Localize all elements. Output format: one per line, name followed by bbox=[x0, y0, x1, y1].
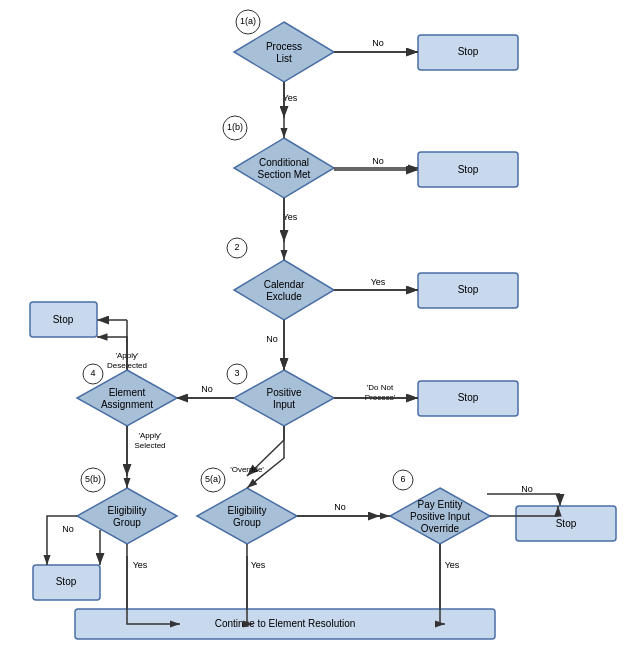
positive-input-label1: Positive bbox=[266, 387, 301, 398]
eligibility-5b-label1: Eligibility bbox=[108, 505, 147, 516]
eligibility-5a-label2: Group bbox=[233, 517, 261, 528]
step-label-1a: 1(a) bbox=[240, 16, 256, 26]
edge-label-1b-no: No bbox=[372, 156, 384, 166]
step-label-5a: 5(a) bbox=[205, 474, 221, 484]
edge-label-4-selected2: Selected bbox=[134, 441, 165, 450]
edge-label-4-deselected2: Deselected bbox=[107, 361, 147, 370]
conditional-label2: Section Met bbox=[258, 169, 311, 180]
pay-entity-label3: Override bbox=[421, 523, 460, 534]
edge-label-6-no: No bbox=[521, 484, 533, 494]
process-list-label2: List bbox=[276, 53, 292, 64]
stop-label-6: Stop bbox=[56, 576, 77, 587]
pay-entity-label1: Pay Entity bbox=[417, 499, 462, 510]
edge-label-1a-no: No bbox=[372, 38, 384, 48]
edge-label-5a-yes: Yes bbox=[251, 560, 266, 570]
element-assignment-label1: Element bbox=[109, 387, 146, 398]
stop-label-2: Stop bbox=[458, 164, 479, 175]
edge-label-1b-yes: Yes bbox=[283, 212, 298, 222]
edge-label-2-no: No bbox=[266, 334, 278, 344]
process-list-label1: Process bbox=[266, 41, 302, 52]
step-label-3: 3 bbox=[234, 368, 239, 378]
conditional-label1: Conditional bbox=[259, 157, 309, 168]
stop-label-5: Stop bbox=[53, 314, 74, 325]
edge-label-4-selected1: 'Apply' bbox=[138, 431, 162, 440]
edge-label-3-donot1: 'Do Not bbox=[367, 383, 394, 392]
eligibility-5a-label1: Eligibility bbox=[228, 505, 267, 516]
stop-label-3: Stop bbox=[458, 284, 479, 295]
eligibility-5b-label2: Group bbox=[113, 517, 141, 528]
step-label-4: 4 bbox=[90, 368, 95, 378]
stop-label-7: Stop bbox=[556, 518, 577, 529]
edge-label-2-yes: Yes bbox=[371, 277, 386, 287]
edge-label-3-donot2: Process' bbox=[365, 393, 396, 402]
calendar-label2: Exclude bbox=[266, 291, 302, 302]
stop-label-1: Stop bbox=[458, 46, 479, 57]
edge-label-3-no: No bbox=[201, 384, 213, 394]
edge-label-1a-yes: Yes bbox=[283, 93, 298, 103]
pay-entity-label2: Positive Input bbox=[410, 511, 470, 522]
edge-label-5b-no: No bbox=[62, 524, 74, 534]
positive-input-label2: Input bbox=[273, 399, 295, 410]
edge-label-5a-no: No bbox=[334, 502, 346, 512]
element-assignment-label2: Assignment bbox=[101, 399, 153, 410]
step-label-5b: 5(b) bbox=[85, 474, 101, 484]
edge-label-6-yes: Yes bbox=[445, 560, 460, 570]
edge-label-5a-override: 'Override' bbox=[230, 465, 264, 474]
step-label-2: 2 bbox=[234, 242, 239, 252]
continue-label: Continue to Element Resolution bbox=[215, 618, 356, 629]
step-label-1b: 1(b) bbox=[227, 122, 243, 132]
edge-label-4-deselected1: 'Apply' bbox=[115, 351, 139, 360]
calendar-label1: Calendar bbox=[264, 279, 305, 290]
step-label-6: 6 bbox=[400, 474, 405, 484]
edge-label-5b-yes: Yes bbox=[133, 560, 148, 570]
stop-label-4: Stop bbox=[458, 392, 479, 403]
